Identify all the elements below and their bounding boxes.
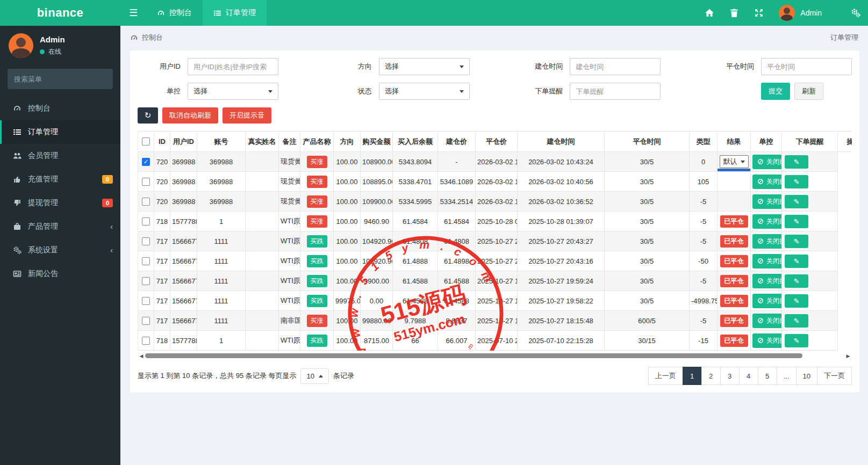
cell-close_price: - <box>438 152 476 172</box>
close-sound-button[interactable]: 关闭提示音 <box>752 175 782 189</box>
user-menu[interactable]: Admin <box>779 5 822 21</box>
row-checkbox[interactable] <box>142 237 150 245</box>
cell-balance: 9900.00 <box>361 271 393 291</box>
edit-button[interactable]: ✎ <box>785 235 808 248</box>
close-sound-button[interactable]: 关闭提示音 <box>752 274 782 288</box>
edit-button[interactable]: ✎ <box>785 215 808 228</box>
edit-button[interactable]: ✎ <box>785 155 808 169</box>
nav-item-dashboard[interactable]: 控制台 <box>146 0 203 26</box>
row-select-cell <box>138 311 154 331</box>
row-checkbox[interactable] <box>142 198 150 206</box>
sidebar-user-status: 在线 <box>40 47 65 56</box>
edit-button[interactable]: ✎ <box>785 195 808 208</box>
pagination-page-10[interactable]: 10 <box>796 367 817 385</box>
edit-button[interactable]: ✎ <box>785 334 808 347</box>
cell-name: 1 <box>197 331 246 351</box>
cell-close_price: 66.007 <box>438 331 476 351</box>
pagination-page-5[interactable]: 5 <box>758 367 777 385</box>
close-sound-button[interactable]: 关闭提示音 <box>752 333 782 348</box>
close-sound-button[interactable]: 关闭提示音 <box>752 314 782 328</box>
cell-type: 30/5 <box>605 251 690 271</box>
menu-search-input[interactable] <box>14 75 109 83</box>
edit-button[interactable]: ✎ <box>785 274 808 288</box>
sidebar-item-1[interactable]: 控制台 <box>0 97 120 120</box>
close-sound-button[interactable]: 关闭提示音 <box>752 294 782 308</box>
pagination-page-1[interactable]: 1 <box>683 367 702 385</box>
pagination-page-2[interactable]: 2 <box>701 367 721 385</box>
breadcrumb-left[interactable]: 控制台 <box>130 33 163 42</box>
cell-balance: 0.00 <box>361 291 393 311</box>
sidebar-item-3[interactable]: 会员管理 <box>0 144 120 168</box>
row-checkbox[interactable] <box>142 257 150 265</box>
sidebar-item-7[interactable]: 系统设置‹ <box>0 238 120 262</box>
close-sound-button[interactable]: 关闭提示音 <box>752 214 782 229</box>
close-sound-button[interactable]: 关闭提示音 <box>752 254 782 268</box>
sidebar-item-4[interactable]: 充值管理0 <box>0 168 120 191</box>
nav-item-orders[interactable]: 订单管理 <box>203 0 267 26</box>
scroll-left-icon[interactable]: ◀ <box>138 353 145 359</box>
cell-balance: 104920.96 <box>361 231 393 251</box>
ban-icon <box>757 218 764 224</box>
scrollbar-track[interactable] <box>145 353 844 359</box>
sidebar-item-2[interactable]: 订单管理 <box>0 120 120 144</box>
reload-button[interactable]: ↻ <box>138 107 158 123</box>
edit-button[interactable]: ✎ <box>785 314 808 328</box>
sidebar-item-label: 会员管理 <box>28 151 113 161</box>
sidebar-item-6[interactable]: 产品管理‹ <box>0 215 120 238</box>
cell-uid: 717 <box>154 251 170 271</box>
control-select[interactable]: 默认 <box>720 155 749 168</box>
row-checkbox[interactable] <box>142 277 150 285</box>
fullscreen-icon[interactable] <box>754 8 764 18</box>
brand-logo[interactable]: binance <box>0 0 120 26</box>
cell-open_time: 2025-07-10 22:14:58 <box>476 331 518 351</box>
direction-badge: 买涨 <box>307 156 327 168</box>
home-icon[interactable] <box>705 8 714 18</box>
edit-button[interactable]: ✎ <box>785 175 808 188</box>
user-id-input[interactable] <box>188 58 278 75</box>
cell-result: 0 <box>690 152 718 172</box>
close-sound-button[interactable]: 关闭提示音 <box>752 155 782 169</box>
scrollbar-thumb[interactable] <box>145 353 802 358</box>
refresh-button[interactable]: 刷新 <box>794 83 823 100</box>
sidebar-item-5[interactable]: 提现管理0 <box>0 191 120 215</box>
status-select[interactable]: 选择 <box>379 83 470 100</box>
select-all-checkbox[interactable] <box>142 137 150 146</box>
scroll-right-icon[interactable]: ▶ <box>844 353 852 359</box>
sidebar-item-8[interactable]: 新闻公告 <box>0 262 120 286</box>
cell-close_price: 5346.1089 <box>438 172 476 192</box>
row-checkbox[interactable] <box>142 158 150 166</box>
close-sound-button[interactable]: 关闭提示音 <box>752 194 782 209</box>
pagination-page-4[interactable]: 4 <box>739 367 758 385</box>
edit-button[interactable]: ✎ <box>785 255 808 268</box>
select-value: 选择 <box>385 62 399 71</box>
submit-button[interactable]: 提交 <box>761 83 790 100</box>
pagination-prev[interactable]: 上一页 <box>648 367 683 385</box>
open-time-input[interactable] <box>570 58 661 75</box>
filter-open-time: 建仓时间 <box>520 58 661 75</box>
filter-actions: 提交 刷新 <box>711 83 852 100</box>
edit-button[interactable]: ✎ <box>785 294 808 308</box>
row-checkbox[interactable] <box>142 297 150 305</box>
direction-select[interactable]: 选择 <box>379 58 470 75</box>
direction-badge: 买跌 <box>307 255 327 267</box>
order-alert-input[interactable] <box>570 83 661 100</box>
row-checkbox[interactable] <box>142 337 150 345</box>
trash-icon[interactable] <box>729 8 739 18</box>
row-checkbox[interactable] <box>142 178 150 186</box>
cell-direction: 买跌 <box>300 271 334 291</box>
cancel-auto-refresh-button[interactable]: 取消自动刷新 <box>162 107 218 123</box>
row-checkbox[interactable] <box>142 317 150 325</box>
cell-direction: 买涨 <box>300 212 334 231</box>
pagination-next[interactable]: 下一页 <box>817 367 852 385</box>
close-sound-button[interactable]: 关闭提示音 <box>752 234 782 249</box>
cogs-icon[interactable] <box>851 8 860 18</box>
pagination-page-3[interactable]: 3 <box>720 367 740 385</box>
dropdown-option[interactable]: 默认 <box>718 169 751 172</box>
page-size-select[interactable]: 10 <box>300 368 328 384</box>
sidebar-toggle-button[interactable]: ☰ <box>120 0 146 26</box>
close-time-input[interactable] <box>761 58 852 75</box>
enable-sound-button[interactable]: 开启提示音 <box>223 107 271 123</box>
control-select[interactable]: 选择 <box>188 83 278 100</box>
row-checkbox[interactable] <box>142 217 150 226</box>
pagination-page-...[interactable]: ... <box>777 367 797 385</box>
